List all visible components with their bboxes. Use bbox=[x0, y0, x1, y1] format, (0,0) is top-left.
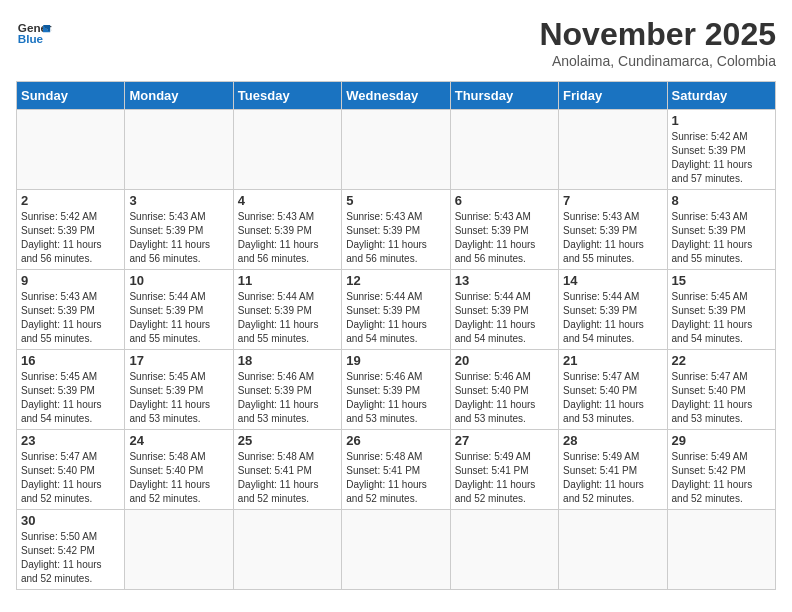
calendar-cell: 15Sunrise: 5:45 AMSunset: 5:39 PMDayligh… bbox=[667, 270, 775, 350]
day-info: Sunrise: 5:44 AMSunset: 5:39 PMDaylight:… bbox=[129, 290, 228, 346]
calendar-cell: 9Sunrise: 5:43 AMSunset: 5:39 PMDaylight… bbox=[17, 270, 125, 350]
day-number: 22 bbox=[672, 353, 771, 368]
day-number: 29 bbox=[672, 433, 771, 448]
calendar-cell: 4Sunrise: 5:43 AMSunset: 5:39 PMDaylight… bbox=[233, 190, 341, 270]
day-number: 30 bbox=[21, 513, 120, 528]
calendar-cell bbox=[559, 110, 667, 190]
day-info: Sunrise: 5:43 AMSunset: 5:39 PMDaylight:… bbox=[238, 210, 337, 266]
day-number: 24 bbox=[129, 433, 228, 448]
day-number: 25 bbox=[238, 433, 337, 448]
calendar-cell: 22Sunrise: 5:47 AMSunset: 5:40 PMDayligh… bbox=[667, 350, 775, 430]
day-number: 14 bbox=[563, 273, 662, 288]
calendar-cell bbox=[233, 510, 341, 590]
calendar-cell: 12Sunrise: 5:44 AMSunset: 5:39 PMDayligh… bbox=[342, 270, 450, 350]
calendar-cell: 6Sunrise: 5:43 AMSunset: 5:39 PMDaylight… bbox=[450, 190, 558, 270]
calendar-cell bbox=[17, 110, 125, 190]
calendar-cell bbox=[667, 510, 775, 590]
calendar-week-4: 16Sunrise: 5:45 AMSunset: 5:39 PMDayligh… bbox=[17, 350, 776, 430]
day-info: Sunrise: 5:43 AMSunset: 5:39 PMDaylight:… bbox=[129, 210, 228, 266]
day-number: 4 bbox=[238, 193, 337, 208]
day-info: Sunrise: 5:42 AMSunset: 5:39 PMDaylight:… bbox=[21, 210, 120, 266]
day-number: 11 bbox=[238, 273, 337, 288]
calendar-cell: 25Sunrise: 5:48 AMSunset: 5:41 PMDayligh… bbox=[233, 430, 341, 510]
calendar-week-6: 30Sunrise: 5:50 AMSunset: 5:42 PMDayligh… bbox=[17, 510, 776, 590]
day-info: Sunrise: 5:48 AMSunset: 5:40 PMDaylight:… bbox=[129, 450, 228, 506]
calendar-cell: 2Sunrise: 5:42 AMSunset: 5:39 PMDaylight… bbox=[17, 190, 125, 270]
day-info: Sunrise: 5:44 AMSunset: 5:39 PMDaylight:… bbox=[563, 290, 662, 346]
calendar-cell: 14Sunrise: 5:44 AMSunset: 5:39 PMDayligh… bbox=[559, 270, 667, 350]
calendar-cell: 30Sunrise: 5:50 AMSunset: 5:42 PMDayligh… bbox=[17, 510, 125, 590]
day-info: Sunrise: 5:43 AMSunset: 5:39 PMDaylight:… bbox=[672, 210, 771, 266]
day-number: 26 bbox=[346, 433, 445, 448]
weekday-header-sunday: Sunday bbox=[17, 82, 125, 110]
calendar-cell bbox=[559, 510, 667, 590]
location-subtitle: Anolaima, Cundinamarca, Colombia bbox=[539, 53, 776, 69]
day-number: 7 bbox=[563, 193, 662, 208]
day-number: 21 bbox=[563, 353, 662, 368]
day-info: Sunrise: 5:43 AMSunset: 5:39 PMDaylight:… bbox=[21, 290, 120, 346]
weekday-header-friday: Friday bbox=[559, 82, 667, 110]
calendar-cell: 1Sunrise: 5:42 AMSunset: 5:39 PMDaylight… bbox=[667, 110, 775, 190]
calendar-cell bbox=[450, 110, 558, 190]
day-number: 1 bbox=[672, 113, 771, 128]
weekday-header-thursday: Thursday bbox=[450, 82, 558, 110]
day-info: Sunrise: 5:43 AMSunset: 5:39 PMDaylight:… bbox=[346, 210, 445, 266]
calendar-cell: 10Sunrise: 5:44 AMSunset: 5:39 PMDayligh… bbox=[125, 270, 233, 350]
day-number: 27 bbox=[455, 433, 554, 448]
day-number: 18 bbox=[238, 353, 337, 368]
calendar-cell: 27Sunrise: 5:49 AMSunset: 5:41 PMDayligh… bbox=[450, 430, 558, 510]
day-info: Sunrise: 5:45 AMSunset: 5:39 PMDaylight:… bbox=[129, 370, 228, 426]
day-number: 20 bbox=[455, 353, 554, 368]
calendar-week-5: 23Sunrise: 5:47 AMSunset: 5:40 PMDayligh… bbox=[17, 430, 776, 510]
page-header: General Blue November 2025 Anolaima, Cun… bbox=[16, 16, 776, 69]
day-number: 6 bbox=[455, 193, 554, 208]
day-info: Sunrise: 5:47 AMSunset: 5:40 PMDaylight:… bbox=[563, 370, 662, 426]
day-info: Sunrise: 5:44 AMSunset: 5:39 PMDaylight:… bbox=[346, 290, 445, 346]
calendar-cell: 21Sunrise: 5:47 AMSunset: 5:40 PMDayligh… bbox=[559, 350, 667, 430]
day-number: 23 bbox=[21, 433, 120, 448]
day-info: Sunrise: 5:43 AMSunset: 5:39 PMDaylight:… bbox=[455, 210, 554, 266]
logo-icon: General Blue bbox=[16, 16, 52, 52]
weekday-header-saturday: Saturday bbox=[667, 82, 775, 110]
day-number: 8 bbox=[672, 193, 771, 208]
calendar-cell bbox=[125, 510, 233, 590]
day-info: Sunrise: 5:43 AMSunset: 5:39 PMDaylight:… bbox=[563, 210, 662, 266]
calendar-cell: 28Sunrise: 5:49 AMSunset: 5:41 PMDayligh… bbox=[559, 430, 667, 510]
day-info: Sunrise: 5:48 AMSunset: 5:41 PMDaylight:… bbox=[346, 450, 445, 506]
svg-text:Blue: Blue bbox=[18, 32, 44, 45]
calendar-week-1: 1Sunrise: 5:42 AMSunset: 5:39 PMDaylight… bbox=[17, 110, 776, 190]
day-info: Sunrise: 5:44 AMSunset: 5:39 PMDaylight:… bbox=[455, 290, 554, 346]
day-number: 3 bbox=[129, 193, 228, 208]
day-info: Sunrise: 5:47 AMSunset: 5:40 PMDaylight:… bbox=[672, 370, 771, 426]
day-info: Sunrise: 5:46 AMSunset: 5:39 PMDaylight:… bbox=[238, 370, 337, 426]
weekday-header-monday: Monday bbox=[125, 82, 233, 110]
calendar-cell: 24Sunrise: 5:48 AMSunset: 5:40 PMDayligh… bbox=[125, 430, 233, 510]
logo: General Blue bbox=[16, 16, 52, 52]
calendar-cell: 7Sunrise: 5:43 AMSunset: 5:39 PMDaylight… bbox=[559, 190, 667, 270]
weekday-header-wednesday: Wednesday bbox=[342, 82, 450, 110]
day-info: Sunrise: 5:44 AMSunset: 5:39 PMDaylight:… bbox=[238, 290, 337, 346]
day-number: 16 bbox=[21, 353, 120, 368]
calendar-cell: 5Sunrise: 5:43 AMSunset: 5:39 PMDaylight… bbox=[342, 190, 450, 270]
calendar-cell: 19Sunrise: 5:46 AMSunset: 5:39 PMDayligh… bbox=[342, 350, 450, 430]
day-info: Sunrise: 5:49 AMSunset: 5:41 PMDaylight:… bbox=[455, 450, 554, 506]
day-number: 17 bbox=[129, 353, 228, 368]
calendar-cell bbox=[450, 510, 558, 590]
calendar-header-row: SundayMondayTuesdayWednesdayThursdayFrid… bbox=[17, 82, 776, 110]
day-number: 15 bbox=[672, 273, 771, 288]
calendar-cell: 23Sunrise: 5:47 AMSunset: 5:40 PMDayligh… bbox=[17, 430, 125, 510]
calendar-cell: 8Sunrise: 5:43 AMSunset: 5:39 PMDaylight… bbox=[667, 190, 775, 270]
calendar-cell bbox=[233, 110, 341, 190]
month-title: November 2025 bbox=[539, 16, 776, 53]
calendar-cell: 17Sunrise: 5:45 AMSunset: 5:39 PMDayligh… bbox=[125, 350, 233, 430]
day-number: 13 bbox=[455, 273, 554, 288]
day-number: 5 bbox=[346, 193, 445, 208]
calendar-cell bbox=[125, 110, 233, 190]
day-info: Sunrise: 5:46 AMSunset: 5:39 PMDaylight:… bbox=[346, 370, 445, 426]
day-info: Sunrise: 5:45 AMSunset: 5:39 PMDaylight:… bbox=[21, 370, 120, 426]
day-info: Sunrise: 5:46 AMSunset: 5:40 PMDaylight:… bbox=[455, 370, 554, 426]
day-info: Sunrise: 5:47 AMSunset: 5:40 PMDaylight:… bbox=[21, 450, 120, 506]
calendar-table: SundayMondayTuesdayWednesdayThursdayFrid… bbox=[16, 81, 776, 590]
day-info: Sunrise: 5:50 AMSunset: 5:42 PMDaylight:… bbox=[21, 530, 120, 586]
calendar-cell: 3Sunrise: 5:43 AMSunset: 5:39 PMDaylight… bbox=[125, 190, 233, 270]
